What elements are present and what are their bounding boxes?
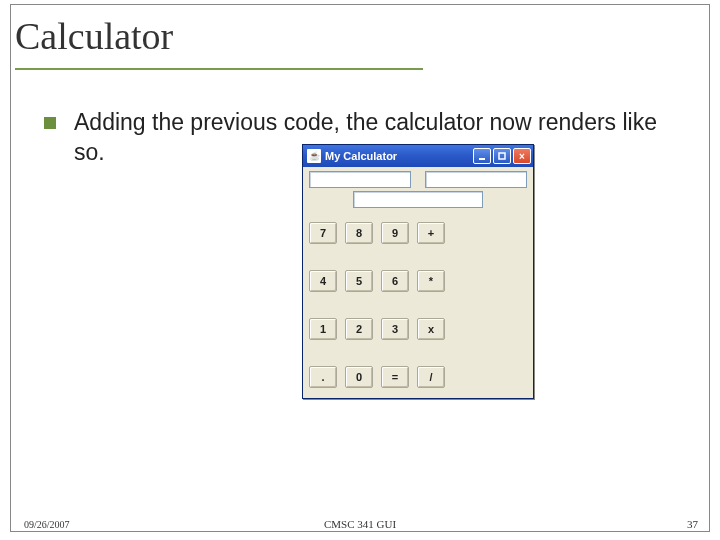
calc-button-dot[interactable]: . [309, 366, 337, 388]
bullet-icon [44, 117, 56, 129]
title-block: Calculator [15, 8, 715, 70]
calc-button-5[interactable]: 5 [345, 270, 373, 292]
window-controls: × [473, 148, 531, 164]
calc-button-equals[interactable]: = [381, 366, 409, 388]
calculator-body: 7 8 9 + 4 5 6 * 1 2 3 x . 0 = / [303, 167, 533, 398]
result-field[interactable] [353, 191, 483, 208]
calc-button-star[interactable]: * [417, 270, 445, 292]
button-row-3: . 0 = / [309, 366, 527, 388]
calc-button-plus[interactable]: + [417, 222, 445, 244]
calc-button-0[interactable]: 0 [345, 366, 373, 388]
calc-button-4[interactable]: 4 [309, 270, 337, 292]
calculator-title-text: My Calculator [325, 150, 473, 162]
button-row-1: 4 5 6 * [309, 270, 527, 292]
calc-button-3[interactable]: 3 [381, 318, 409, 340]
operand2-field[interactable] [425, 171, 527, 188]
operand1-field[interactable] [309, 171, 411, 188]
calc-button-2[interactable]: 2 [345, 318, 373, 340]
maximize-button[interactable] [493, 148, 511, 164]
minimize-icon [478, 152, 486, 160]
calc-button-6[interactable]: 6 [381, 270, 409, 292]
input-row-1 [309, 171, 527, 188]
calculator-titlebar: ☕ My Calculator × [303, 145, 533, 167]
maximize-icon [498, 152, 506, 160]
calculator-window: ☕ My Calculator × 7 8 9 + [302, 144, 534, 399]
calc-button-7[interactable]: 7 [309, 222, 337, 244]
footer-center: CMSC 341 GUI [0, 518, 720, 530]
title-underline [15, 68, 423, 70]
button-row-0: 7 8 9 + [309, 222, 527, 244]
minimize-button[interactable] [473, 148, 491, 164]
close-button[interactable]: × [513, 148, 531, 164]
calc-button-9[interactable]: 9 [381, 222, 409, 244]
calc-button-1[interactable]: 1 [309, 318, 337, 340]
svg-rect-1 [499, 153, 505, 159]
slide-title: Calculator [15, 8, 715, 64]
calc-button-8[interactable]: 8 [345, 222, 373, 244]
calc-button-x[interactable]: x [417, 318, 445, 340]
java-icon: ☕ [307, 149, 321, 163]
button-row-2: 1 2 3 x [309, 318, 527, 340]
svg-rect-0 [479, 158, 485, 160]
input-row-2 [309, 191, 527, 208]
calc-button-slash[interactable]: / [417, 366, 445, 388]
footer-page-number: 37 [687, 518, 698, 530]
close-icon: × [519, 151, 525, 162]
